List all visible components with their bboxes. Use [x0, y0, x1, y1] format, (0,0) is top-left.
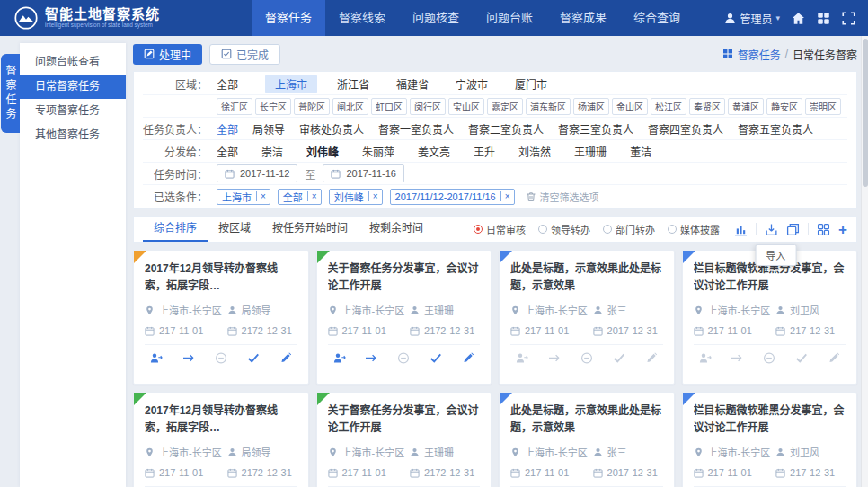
district-option[interactable]: 闸北区	[332, 98, 368, 115]
assign-icon[interactable]	[333, 352, 346, 364]
district-option[interactable]: 奉贤区	[689, 98, 725, 115]
district-option[interactable]: 金山区	[612, 98, 648, 115]
assignee-option[interactable]: 刘伟峰	[306, 144, 339, 159]
nav-item[interactable]: 督察线索	[325, 0, 399, 36]
district-option[interactable]: 黄浦区	[728, 98, 764, 115]
region-option[interactable]: 宁波市	[456, 76, 488, 92]
copy-icon[interactable]	[786, 223, 800, 236]
completed-tab-button[interactable]: 已完成	[209, 44, 280, 65]
assignee-option[interactable]: 姜文亮	[418, 144, 450, 159]
suspend-icon[interactable]	[215, 352, 227, 364]
task-card[interactable]: 2017年12月领导转办督察线索，拓展字段… 上海市-长宁区 局领导	[133, 392, 309, 487]
sidebar-item[interactable]: 日常督察任务	[20, 75, 126, 99]
approve-check-icon[interactable]	[613, 352, 625, 364]
filter-tag[interactable]: 2017/11/12-2017/11/16 ×	[390, 189, 515, 205]
region-option[interactable]: 厦门市	[515, 76, 547, 92]
forward-icon[interactable]	[731, 352, 743, 364]
assignee-option[interactable]: 王珊珊	[574, 144, 607, 159]
forward-icon[interactable]	[365, 352, 377, 364]
task-card[interactable]: 2017年12月领导转办督察线索，拓展字段… 上海市-长宁区 局领导	[133, 250, 309, 385]
owner-option[interactable]: 督察三室负责人	[558, 121, 633, 137]
district-option[interactable]: 虹口区	[371, 98, 407, 115]
assignee-option[interactable]: 朱丽萍	[362, 144, 394, 159]
district-option[interactable]: 杨浦区	[573, 98, 609, 115]
approve-check-icon[interactable]	[430, 352, 442, 364]
start-date-input[interactable]: 2017-11-12	[217, 164, 297, 182]
owner-option[interactable]: 局领导	[252, 121, 285, 137]
grid-view-icon[interactable]	[817, 223, 830, 236]
task-card[interactable]: 关于督察任务分发事宜，会议讨论工作开展 上海市-长宁区 王珊珊	[316, 250, 492, 385]
nav-item[interactable]: 综合查询	[620, 0, 694, 36]
clear-filters-button[interactable]: 清空筛选选项	[526, 190, 599, 204]
sidebar-item[interactable]: 问题台帐查看	[20, 50, 126, 75]
district-option[interactable]: 徐汇区	[217, 98, 252, 115]
category-radio[interactable]: 媒体披露	[668, 222, 720, 236]
owner-option[interactable]: 督察一室负责人	[378, 121, 454, 137]
district-option[interactable]: 宝山区	[448, 98, 484, 115]
district-option[interactable]: 崇明区	[805, 98, 841, 115]
forward-icon[interactable]	[548, 352, 561, 364]
edit-pencil-icon[interactable]	[279, 352, 292, 364]
sidebar-item[interactable]: 专项督察任务	[20, 99, 126, 123]
remove-tag-icon[interactable]: ×	[307, 191, 321, 201]
assignee-option[interactable]: 董洁	[630, 144, 651, 159]
district-option[interactable]: 普陀区	[294, 98, 330, 115]
district-option[interactable]: 闵行区	[410, 98, 446, 115]
assignee-option[interactable]: 崇洁	[261, 144, 283, 159]
vertical-scrollbar[interactable]	[861, 36, 868, 487]
category-radio[interactable]: 日常审核	[474, 222, 526, 236]
suspend-icon[interactable]	[397, 352, 410, 364]
district-option[interactable]: 静安区	[766, 98, 802, 115]
assignee-option[interactable]: 刘浩然	[518, 144, 551, 159]
user-menu[interactable]: 管理员 ▾	[724, 11, 780, 26]
edit-pencil-icon[interactable]	[462, 352, 474, 364]
breadcrumb-root[interactable]: 督察任务	[738, 47, 781, 62]
edit-pencil-icon[interactable]	[645, 352, 658, 364]
owner-option[interactable]: 督察四室负责人	[648, 121, 723, 137]
sort-tab[interactable]: 综合排序	[143, 217, 208, 242]
task-card[interactable]: 栏目标题微软雅黑分发事宜，会议讨论工作开展 上海市-长宁区 刘卫风	[682, 250, 858, 385]
remove-tag-icon[interactable]: ×	[256, 191, 270, 201]
nav-item[interactable]: 督察成果	[546, 0, 620, 36]
region-option[interactable]: 福建省	[396, 76, 429, 92]
sidebar-item[interactable]: 其他督察任务	[20, 123, 126, 147]
sort-tab[interactable]: 按任务开始时间	[261, 217, 359, 242]
end-date-input[interactable]: 2017-11-16	[323, 164, 403, 182]
nav-item[interactable]: 问题台账	[473, 0, 546, 36]
import-icon[interactable]: 导入	[765, 223, 778, 236]
task-card[interactable]: 栏目标题微软雅黑分发事宜，会议讨论工作开展 上海市-长宁区 刘卫风	[682, 392, 858, 487]
assignee-option[interactable]: 全部	[217, 144, 238, 159]
fullscreen-icon[interactable]	[842, 12, 855, 25]
nav-item[interactable]: 问题核查	[399, 0, 473, 36]
district-option[interactable]: 松江区	[651, 98, 686, 115]
scrollbar-thumb[interactable]	[863, 39, 868, 187]
district-option[interactable]: 浦东新区	[526, 98, 571, 115]
category-radio[interactable]: 领导转办	[538, 222, 590, 236]
suspend-icon[interactable]	[763, 352, 775, 364]
filter-tag[interactable]: 刘伟峰 ×	[329, 189, 383, 205]
owner-option[interactable]: 审核处负责人	[299, 121, 364, 137]
assignee-option[interactable]: 王升	[474, 144, 495, 159]
remove-tag-icon[interactable]: ×	[500, 191, 514, 201]
task-card[interactable]: 此处是标题，示意效果此处是标题，示意效果 上海市-长宁区 张三	[499, 250, 675, 385]
district-option[interactable]: 嘉定区	[487, 98, 523, 115]
sidebar-ribbon-tab[interactable]: 督察任务	[1, 54, 20, 133]
task-card[interactable]: 此处是标题，示意效果此处是标题，示意效果 上海市-长宁区 张三	[499, 392, 675, 487]
forward-icon[interactable]	[182, 352, 195, 364]
owner-option[interactable]: 督察五室负责人	[738, 121, 813, 137]
suspend-icon[interactable]	[580, 352, 593, 364]
sort-tab[interactable]: 按剩余时间	[359, 217, 434, 242]
filter-tag[interactable]: 全部 ×	[278, 189, 322, 205]
filter-tag[interactable]: 上海市 ×	[217, 189, 270, 205]
owner-option[interactable]: 全部	[217, 121, 238, 137]
assign-icon[interactable]	[699, 352, 712, 364]
assign-icon[interactable]	[516, 352, 528, 364]
region-option[interactable]: 浙江省	[337, 76, 369, 92]
apps-icon[interactable]	[817, 12, 830, 25]
stats-chart-icon[interactable]	[734, 223, 748, 236]
approve-check-icon[interactable]	[247, 352, 260, 364]
approve-check-icon[interactable]	[795, 352, 808, 364]
sort-tab[interactable]: 按区域	[208, 217, 261, 242]
edit-pencil-icon[interactable]	[828, 352, 840, 364]
add-task-icon[interactable]: +	[838, 223, 847, 236]
